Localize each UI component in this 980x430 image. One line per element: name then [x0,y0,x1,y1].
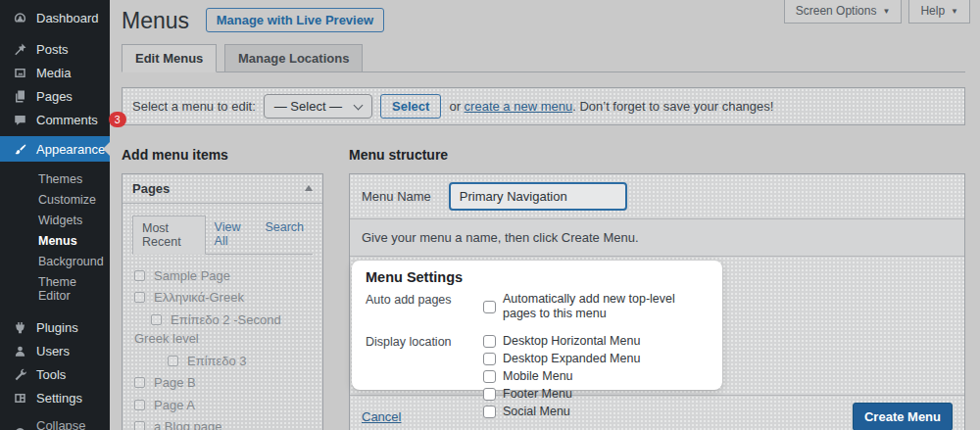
comments-count-badge: 3 [109,112,126,128]
pages-accordion-header[interactable]: Pages [122,174,322,204]
sidebar-item-posts[interactable]: Posts [0,37,110,61]
location-option-footer[interactable]: Footer Menu [483,387,640,403]
checkbox-icon[interactable] [134,270,145,281]
checkbox-icon[interactable] [134,292,145,303]
dashboard-icon [13,11,27,25]
page-checklist-item[interactable]: a Blog page [134,417,313,430]
auto-add-pages-label: Auto add pages [366,292,483,322]
page-item-label: Page A [154,398,195,412]
location-option-social[interactable]: Social Menu [483,405,640,420]
sidebar-item-comments[interactable]: Comments 3 [0,108,110,131]
page-item-label: a Blog page [154,419,221,430]
sidebar-item-label: Plugins [36,320,78,335]
tab-edit-menus[interactable]: Edit Menus [122,44,217,72]
location-option-mobile[interactable]: Mobile Menu [483,369,640,385]
checkbox-icon[interactable] [134,400,145,410]
comment-icon [13,113,27,127]
sidebar-item-label: Tools [36,367,66,382]
sidebar-item-label: Media [36,66,71,80]
main-content: Menus Manage with Live Preview Screen Op… [110,0,980,430]
sidebar-item-pages[interactable]: Pages [0,84,110,108]
sidebar-item-settings[interactable]: Settings [0,386,110,409]
page-item-label: Page B [154,375,196,390]
settings-icon [13,391,27,406]
sidebar-item-label: Settings [36,391,82,406]
menu-name-label: Menu Name [362,189,431,204]
checkbox-icon[interactable] [134,377,145,388]
page-checklist-item[interactable]: Sample Page [134,266,313,286]
create-menu-button[interactable]: Create Menu [853,403,953,430]
submenu-item-theme-editor[interactable]: Theme Editor [0,271,110,306]
location-label: Mobile Menu [503,369,573,385]
manage-live-preview-button[interactable]: Manage with Live Preview [206,8,384,32]
sidebar-item-media[interactable]: Media [0,61,110,84]
checkbox-icon[interactable] [483,388,496,401]
page-item-label: Επίπεδο 3 [187,354,247,368]
page-checklist-item[interactable]: Page B [134,373,313,393]
menu-name-input[interactable] [449,182,627,211]
appearance-brush-icon [13,142,27,157]
menu-name-hint: Give your menu a name, then click Create… [350,218,964,256]
screen-options-button[interactable]: Screen Options ▼ [784,0,903,24]
checkbox-icon[interactable] [483,370,496,383]
chevron-down-icon: ▼ [882,7,890,16]
sidebar-item-label: Users [36,344,70,358]
sidebar-item-appearance[interactable]: Appearance [0,136,110,162]
checkbox-icon[interactable] [483,335,496,348]
menu-structure-heading: Menu structure [349,147,965,163]
menu-dropdown[interactable]: — Select — [264,94,372,119]
submenu-item-widgets[interactable]: Widgets [0,210,110,230]
tab-view-all[interactable]: View All [206,215,257,254]
page-checklist-item[interactable]: Επίπεδο 3 [134,352,313,371]
location-label: Social Menu [503,405,570,420]
location-option-desktop-expanded[interactable]: Desktop Expanded Menu [483,352,640,367]
collapse-menu-label: Collapse menu [36,418,110,430]
checkbox-icon[interactable] [483,406,496,418]
submenu-item-customize[interactable]: Customize [0,189,110,210]
checkbox-icon[interactable] [168,356,178,366]
select-menu-label: Select a menu to edit: [132,99,256,114]
page-checklist-item[interactable]: Ελληνικά-Greek [134,288,313,308]
sidebar-item-label: Dashboard [36,11,99,25]
tab-most-recent[interactable]: Most Recent [132,215,206,255]
tab-search[interactable]: Search [256,215,313,254]
submenu-item-background[interactable]: Background [0,251,110,271]
page-checklist-item[interactable]: Page A [134,396,313,415]
create-new-menu-link[interactable]: create a new menu [465,99,573,114]
checkbox-icon[interactable] [483,353,496,365]
checkbox-icon[interactable] [151,314,162,325]
sidebar-item-tools[interactable]: Tools [0,362,110,386]
display-location-label: Display location [366,334,483,420]
tab-manage-locations[interactable]: Manage Locations [224,44,363,72]
page-checklist-item[interactable]: Επίπεδο 2 -Second Greek level [134,311,313,349]
location-option-desktop-horizontal[interactable]: Desktop Horizontal Menu [483,334,640,350]
page-item-label: Ελληνικά-Greek [154,290,244,305]
submenu-item-themes[interactable]: Themes [0,168,110,189]
checkbox-icon[interactable] [134,421,145,430]
page-title: Menus [122,8,189,35]
page-header: Menus Manage with Live Preview Screen Op… [122,8,980,35]
sidebar-item-dashboard[interactable]: Dashboard [0,4,110,31]
collapse-arrow-icon [13,426,27,430]
page-item-label: Sample Page [154,268,230,283]
collapse-menu-button[interactable]: Collapse menu [0,421,110,430]
pages-filter-tabs: Most Recent View All Search [132,204,313,255]
screen-options-label: Screen Options [796,4,877,18]
menu-select-bar: Select a menu to edit: — Select — Select… [122,87,965,125]
sidebar-item-plugins[interactable]: Plugins [0,315,110,339]
pages-accordion: Pages Most Recent View All Search Sample… [122,173,323,430]
sidebar-item-users[interactable]: Users [0,339,110,362]
wrench-icon [13,367,27,382]
chevron-down-icon [354,100,364,110]
help-label: Help [920,4,945,18]
checkbox-icon[interactable] [483,301,496,313]
select-menu-button[interactable]: Select [380,94,441,119]
auto-add-pages-option[interactable]: Automatically add new top-level pages to… [483,292,709,322]
location-label: Footer Menu [503,387,572,403]
submenu-item-menus[interactable]: Menus [0,230,110,251]
pages-icon [13,89,27,104]
plugin-icon [13,320,27,335]
admin-sidebar: Dashboard Posts Media Pages Comments 3 A… [0,0,110,430]
add-menu-items-heading: Add menu items [122,147,323,163]
help-button[interactable]: Help ▼ [908,0,970,24]
